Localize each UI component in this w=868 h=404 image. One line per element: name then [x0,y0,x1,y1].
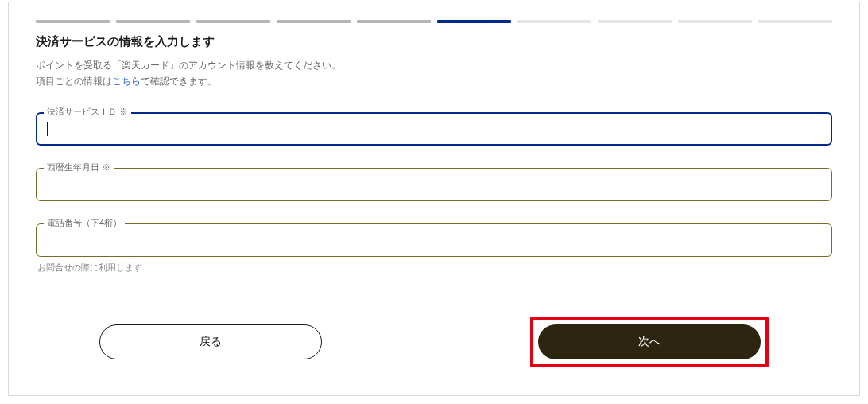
label-birthdate: 西暦生年月日 ※ [44,161,114,173]
field-service-id: 決済サービスＩＤ ※ [36,112,832,146]
progress-step [678,20,752,23]
desc-line1: ポイントを受取る「楽天カード」のアカウント情報を教えてください。 [36,60,341,71]
desc-line2-prefix: 項目ごとの情報は [36,76,112,87]
field-phone: 電話番号（下4桁） [36,223,832,257]
progress-step-current [437,20,511,23]
input-birthdate[interactable] [36,168,832,201]
next-button[interactable]: 次へ [538,324,761,359]
input-service-id[interactable] [36,112,832,146]
label-phone: 電話番号（下4桁） [44,217,125,229]
page-title: 決済サービスの情報を入力します [36,34,832,49]
progress-step [598,20,672,23]
field-birthdate: 西暦生年月日 ※ [36,168,832,201]
input-phone[interactable] [36,223,832,257]
page-description: ポイントを受取る「楽天カード」のアカウント情報を教えてください。 項目ごとの情報… [36,57,832,90]
form-frame: 決済サービスの情報を入力します ポイントを受取る「楽天カード」のアカウント情報を… [8,2,860,396]
back-button[interactable]: 戻る [99,324,322,359]
progress-step [758,20,832,23]
label-service-id: 決済サービスＩＤ ※ [44,106,131,118]
progress-step [36,20,110,23]
desc-link[interactable]: こちら [112,76,141,87]
desc-line2-suffix: で確認できます。 [141,76,217,87]
helper-phone: お問合せの際に利用します [37,262,832,274]
progress-step [357,20,431,23]
next-button-highlight: 次へ [530,317,769,367]
progress-step [277,20,351,23]
progress-step [116,20,190,23]
progress-step [517,20,591,23]
text-cursor [47,122,48,136]
progress-step [196,20,270,23]
action-row: 戻る 次へ [36,317,832,367]
progress-bar [36,20,832,23]
